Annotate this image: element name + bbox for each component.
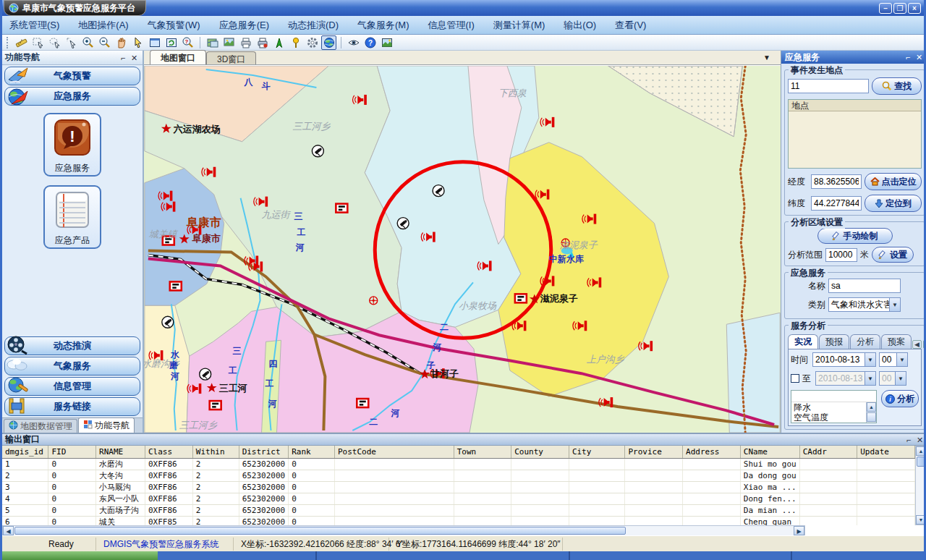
table-row[interactable]: 60城关0XFF8526523020000Cheng guan (2, 516, 915, 525)
flag-marker-icon[interactable] (336, 204, 347, 213)
select-box-icon[interactable] (30, 35, 46, 50)
panel-tab-功能导航[interactable]: 功能导航 (78, 417, 135, 433)
scroll-thumb[interactable] (917, 457, 925, 467)
close-icon[interactable]: ✕ (914, 52, 925, 62)
zoom-out-icon[interactable] (97, 35, 112, 50)
table-row[interactable]: 20大冬沟0XFF8626523020000Da dong gou (2, 470, 915, 481)
latitude-input[interactable] (811, 196, 862, 211)
menu-item[interactable]: 动态推演(D) (288, 19, 339, 32)
full-extent-icon[interactable] (147, 35, 162, 50)
close-button[interactable]: × (908, 3, 921, 14)
flag-marker-icon[interactable] (515, 294, 527, 302)
close-icon[interactable]: ✕ (914, 435, 925, 445)
horizontal-scrollbar[interactable]: ◀ ▶ (2, 525, 805, 536)
column-header-City[interactable]: City (569, 446, 625, 458)
camera-marker-icon[interactable] (162, 316, 174, 328)
tab-scroll-right-icon[interactable]: ▶ (923, 340, 926, 349)
menu-item[interactable]: 输出(O) (564, 19, 596, 32)
column-header-County[interactable]: County (511, 446, 569, 458)
tool-应急产品[interactable]: 应急产品 (43, 185, 101, 249)
menu-item[interactable]: 测量计算(M) (493, 19, 545, 32)
pan-icon[interactable] (114, 35, 129, 50)
quick-print-icon[interactable] (255, 35, 270, 50)
menu-item[interactable]: 信息管理(I) (428, 19, 475, 32)
scroll-right-icon[interactable]: ▶ (794, 526, 804, 535)
service-type-select[interactable]: 气象和洪水灾害 ▼ (828, 297, 901, 312)
menu-item[interactable]: 应急服务(E) (219, 19, 269, 32)
select-lasso-icon[interactable] (47, 35, 62, 50)
manual-draw-button[interactable]: 手动绘制 (817, 228, 893, 244)
list-item[interactable]: 空气温度 (791, 412, 876, 423)
camera-marker-icon[interactable] (312, 145, 323, 157)
column-header-CAddr[interactable]: CAddr (799, 446, 857, 458)
column-header-District[interactable]: District (239, 446, 289, 458)
tab-scroll-left-icon[interactable]: ◀ (912, 340, 922, 349)
find-button[interactable]: 查找 (872, 77, 922, 95)
service-name-input[interactable] (828, 279, 901, 293)
identify-icon[interactable]: ? (180, 35, 195, 50)
longitude-input[interactable] (811, 174, 862, 189)
scroll-up-icon[interactable]: ▲ (916, 446, 926, 456)
select-cursor-icon[interactable] (64, 35, 79, 50)
set-button[interactable]: 设置 (872, 247, 914, 263)
element-list[interactable]: 降水空气温度 ▲ (791, 390, 877, 423)
zoom-in-icon[interactable] (80, 35, 95, 50)
flag-marker-icon[interactable] (170, 281, 182, 290)
scroll-thumb[interactable] (14, 527, 626, 535)
column-header-Class[interactable]: Class (145, 446, 193, 458)
nav-group-信息管理[interactable]: 信息管理 (4, 377, 140, 396)
print-icon[interactable] (238, 35, 253, 50)
analyze-button[interactable]: i 分析 (881, 390, 919, 407)
column-header-Within[interactable]: Within (192, 446, 239, 458)
column-header-PostCode[interactable]: PostCode (334, 446, 454, 458)
vertical-scrollbar[interactable]: ▲ ▼ (915, 446, 926, 525)
column-header-CName[interactable]: CName (740, 446, 799, 458)
scene-icon[interactable] (379, 35, 394, 50)
panel-tab-地图数据管理[interactable]: 地图数据管理 (4, 419, 77, 433)
placemark-icon[interactable] (288, 35, 303, 50)
scroll-thumb[interactable] (867, 412, 876, 422)
map-canvas[interactable]: 八斗三工河乡下西泉六运湖农场九运街城关镇阜康市阜康市滋泥泉子中新水库滋泥泉子小泉… (144, 65, 781, 433)
eye-icon[interactable] (346, 35, 361, 50)
list-item[interactable]: 降水 (791, 402, 876, 412)
location-keyword-input[interactable] (788, 79, 869, 93)
menu-item[interactable]: 系统管理(S) (9, 19, 59, 32)
table-row[interactable]: 50大面场子沟0XFF8626523020000Da mian ... (2, 504, 915, 516)
hour-select[interactable]: 00▼ (879, 352, 908, 367)
pin-icon[interactable]: ⌐ (118, 53, 129, 63)
globe-icon[interactable] (321, 35, 336, 50)
column-header-Town[interactable]: Town (454, 446, 511, 458)
scroll-down-icon[interactable]: ▼ (916, 515, 926, 525)
tab-scroll-arrows[interactable]: ◀▶ (912, 340, 926, 349)
scroll-left-icon[interactable]: ◀ (3, 526, 14, 535)
nav-group-气象预警[interactable]: 气象预警 (4, 67, 140, 85)
chevron-down-icon[interactable]: ▼ (763, 54, 770, 61)
locate-to-button[interactable]: 定位到 (865, 195, 922, 212)
analysis-tab-预报[interactable]: 预报 (819, 334, 849, 349)
nav-group-动态推演[interactable]: 动态推演 (4, 336, 140, 355)
nav-group-服务链接[interactable]: 服务链接 (4, 397, 140, 416)
to-checkbox[interactable] (791, 374, 799, 383)
restore-button[interactable]: ❐ (893, 3, 906, 14)
date-select[interactable]: 2010-08-13▼ (812, 352, 876, 367)
export-image-icon[interactable] (221, 35, 237, 50)
range-input[interactable] (825, 248, 857, 262)
camera-marker-icon[interactable] (397, 218, 409, 229)
menu-item[interactable]: 地图操作(A) (78, 19, 128, 32)
analysis-tab-分析[interactable]: 分析 (850, 334, 880, 349)
table-row[interactable]: 10水磨沟0XFF8626523020000Shui mo gou (2, 458, 915, 470)
help-icon[interactable]: ? (362, 35, 378, 50)
map-tab-地图窗口[interactable]: 地图窗口 (150, 50, 206, 64)
tool-应急服务[interactable]: !应急服务 (43, 113, 101, 177)
list-scrollbar[interactable]: ▲ (866, 402, 876, 423)
column-header-Address[interactable]: Address (683, 446, 741, 458)
column-header-dmgis_id[interactable]: dmgis_id (2, 446, 48, 458)
pin-icon[interactable]: ⌐ (903, 52, 914, 62)
camera-marker-icon[interactable] (433, 185, 444, 197)
minimize-button[interactable]: – (879, 3, 892, 14)
pin-icon[interactable]: ⌐ (904, 435, 914, 445)
table-row[interactable]: 40东风一小队0XFF8626523020000Dong fen... (2, 493, 915, 504)
column-header-Provice[interactable]: Provice (625, 446, 683, 458)
column-header-FID[interactable]: FID (48, 446, 96, 458)
menu-item[interactable]: 查看(V) (615, 19, 646, 32)
